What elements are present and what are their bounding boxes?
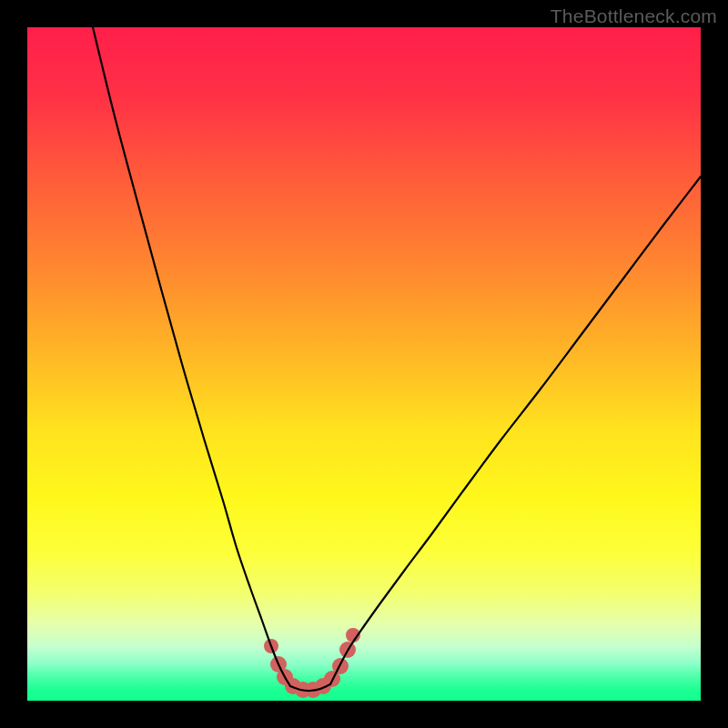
- watermark-text: TheBottleneck.com: [551, 5, 717, 27]
- plot-area: [27, 27, 701, 701]
- chart-frame: TheBottleneck.com: [0, 0, 728, 728]
- curve-left-branch: [93, 27, 290, 686]
- curves-layer: [27, 27, 701, 701]
- curve-right-branch: [330, 177, 701, 684]
